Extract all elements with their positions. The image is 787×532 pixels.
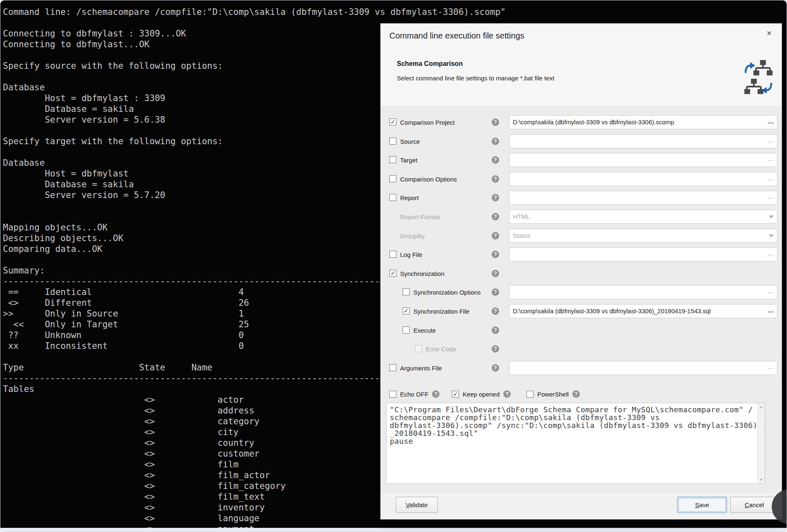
checkbox-synchronization-options[interactable] [403, 288, 410, 295]
echo-option-powershell: PowerShell? [526, 387, 580, 401]
form-row-arguments-file: Arguments File?... [381, 358, 782, 377]
label-source: Source [400, 138, 420, 145]
help-icon-source[interactable]: ? [492, 138, 499, 145]
browse-button-comparison-options[interactable]: ... [768, 172, 774, 184]
label-synchronization-options: Synchronization Options [413, 289, 481, 296]
bat-text-area[interactable]: "C:\Program Files\Devart\dbForge Schema … [386, 403, 765, 484]
form-row-groupby: GroupBy?Status [381, 226, 782, 245]
help-icon-execute[interactable]: ? [492, 326, 499, 334]
checkbox-synchronization[interactable]: ✓ [389, 270, 396, 277]
label-execute: Execute [413, 326, 436, 334]
label-report-format: Report Format [400, 213, 440, 220]
form-row-report-format: Report Format?HTML [381, 207, 782, 226]
field-synchronization-file[interactable]: D:\comp\sakila (dbfmylast-3309 vs dbfmyl… [509, 304, 777, 318]
checkbox-comparison-options[interactable] [389, 175, 396, 182]
checkbox-error-code [415, 345, 422, 352]
help-icon-comparison-options[interactable]: ? [492, 175, 499, 183]
label-report: Report [400, 194, 419, 201]
field-report-format: HTML [509, 210, 777, 224]
browse-button-synchronization-options[interactable]: ... [768, 285, 774, 297]
scroll-down-icon[interactable]: ▼ [758, 478, 765, 482]
form-row-source: Source?... [381, 132, 782, 151]
label-echo-off: Echo OFF [400, 391, 428, 398]
help-icon-report[interactable]: ? [492, 194, 499, 201]
checkbox-execute[interactable] [403, 326, 410, 334]
browse-button-log-file[interactable]: ... [768, 248, 774, 259]
save-button[interactable]: Save [677, 497, 727, 513]
form-row-report: Report?... [381, 188, 782, 207]
form-row-comparison-project: ✓Comparison Project?D:\comp\sakila (dbfm… [381, 113, 782, 132]
checkbox-source[interactable] [389, 138, 396, 145]
field-source[interactable]: ... [509, 134, 777, 148]
field-comparison-options[interactable]: ... [509, 172, 777, 186]
checkbox-keep-opened[interactable]: ✓ [452, 391, 459, 398]
help-icon-synchronization-file[interactable]: ? [492, 307, 499, 315]
dialog-command-line-settings: Command line execution file settings ✕ S… [380, 23, 782, 520]
checkbox-powershell[interactable] [526, 391, 534, 398]
bat-text-content[interactable]: "C:\Program Files\Devart\dbForge Schema … [386, 403, 757, 484]
dropdown-arrow-icon-report-format [769, 215, 774, 218]
help-icon-report-format[interactable]: ? [492, 213, 499, 220]
browse-button-arguments-file[interactable]: ... [768, 361, 774, 373]
help-icon-keep-opened[interactable]: ? [503, 390, 511, 398]
form-row-execute: Execute? [381, 321, 782, 340]
checkbox-arguments-file[interactable] [389, 364, 396, 371]
form-row-synchronization-options: Synchronization Options?... [381, 283, 782, 302]
browse-button-comparison-project[interactable]: ... [768, 116, 774, 127]
help-icon-synchronization[interactable]: ? [492, 270, 499, 277]
field-groupby: Status [509, 229, 777, 243]
field-report[interactable]: ... [509, 191, 777, 205]
dialog-title: Command line execution file settings [389, 31, 524, 41]
browse-button-target[interactable]: ... [768, 153, 774, 165]
checkbox-synchronization-file[interactable]: ✓ [403, 307, 410, 314]
dialog-header: Command line execution file settings ✕ S… [381, 24, 782, 106]
label-arguments-file: Arguments File [400, 364, 442, 371]
help-icon-groupby[interactable]: ? [492, 232, 499, 239]
label-keep-opened: Keep opened [463, 391, 500, 398]
field-comparison-project[interactable]: D:\comp\sakila (dbfmylast-3309 vs dbfmyl… [509, 115, 777, 129]
frame-bottom-strip [0, 528, 787, 532]
section-subtitle: Select command line file settings to man… [397, 75, 554, 82]
field-arguments-file[interactable]: ... [509, 361, 777, 375]
label-synchronization: Synchronization [400, 270, 444, 277]
echo-option-echo-off: Echo OFF? [389, 387, 439, 401]
form-row-target: Target?... [381, 150, 782, 169]
screenshot-frame: Command line: /schemacompare /compfile:"… [0, 0, 787, 532]
label-target: Target [400, 157, 418, 164]
browse-button-source[interactable]: ... [768, 135, 774, 146]
label-powershell: PowerShell [537, 391, 569, 398]
checkbox-echo-off[interactable] [389, 391, 396, 398]
help-icon-target[interactable]: ? [492, 156, 499, 164]
scroll-up-icon[interactable]: ▲ [758, 405, 765, 409]
schema-compare-icon [744, 60, 773, 97]
validate-button[interactable]: Validate [396, 497, 438, 513]
checkbox-report[interactable] [389, 194, 396, 201]
form-row-comparison-options: Comparison Options?... [381, 169, 782, 189]
help-icon-error-code[interactable]: ? [492, 345, 499, 353]
field-synchronization-options[interactable]: ... [509, 285, 777, 299]
help-icon-arguments-file[interactable]: ? [492, 364, 499, 372]
label-groupby: GroupBy [400, 232, 425, 239]
browse-button-synchronization-file[interactable]: ... [768, 305, 774, 316]
help-icon-echo-off[interactable]: ? [432, 390, 439, 398]
echo-option-keep-opened: ✓Keep opened? [452, 387, 511, 401]
help-icon-synchronization-options[interactable]: ? [492, 288, 499, 296]
checkbox-log-file[interactable] [389, 251, 396, 258]
label-comparison-project: Comparison Project [400, 119, 455, 126]
help-icon-powershell[interactable]: ? [572, 390, 580, 398]
form-row-log-file: Log File?... [381, 245, 782, 264]
dropdown-arrow-icon-groupby [769, 235, 774, 237]
close-icon[interactable]: ✕ [764, 29, 774, 39]
help-icon-log-file[interactable]: ? [492, 251, 499, 258]
cancel-button[interactable]: Cancel [730, 497, 778, 513]
help-icon-comparison-project[interactable]: ? [492, 118, 499, 126]
browse-button-report[interactable]: ... [768, 191, 774, 203]
checkbox-comparison-project[interactable]: ✓ [389, 118, 396, 126]
label-error-code: Error Code [426, 346, 456, 353]
checkbox-target[interactable] [389, 156, 396, 163]
field-target[interactable]: ... [509, 153, 777, 167]
section-heading: Schema Comparison [397, 60, 463, 68]
field-log-file[interactable]: ... [509, 247, 777, 261]
scrollbar[interactable]: ▲ ▼ [757, 403, 765, 484]
form-row-synchronization: ✓Synchronization? [381, 264, 782, 283]
